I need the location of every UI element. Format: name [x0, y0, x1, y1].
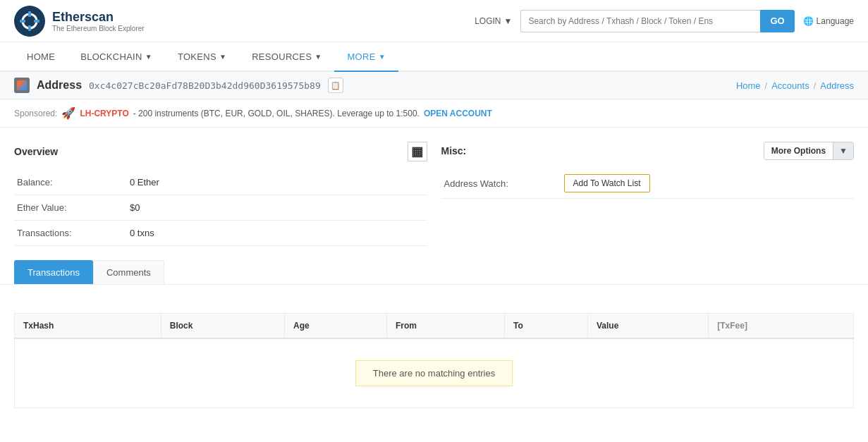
balance-label: Balance:	[14, 170, 127, 195]
more-options-label: More Options	[764, 142, 833, 159]
breadcrumb-current: Address	[820, 80, 854, 91]
sponsored-label: Sponsored:	[14, 109, 57, 118]
table-body: There are no matching entries	[15, 338, 854, 408]
balance-row: Balance: 0 Ether	[14, 170, 427, 195]
login-icon: ▼	[503, 16, 512, 26]
more-chevron-icon: ▼	[379, 53, 386, 61]
page-title: Address	[37, 79, 82, 92]
more-options-button[interactable]: More Options ▼	[764, 142, 854, 160]
svg-point-0	[14, 6, 45, 37]
col-age: Age	[285, 314, 387, 339]
col-value: Value	[587, 314, 708, 339]
no-entries-message: There are no matching entries	[355, 360, 513, 386]
header: Etherscan The Ethereum Block Explorer LO…	[0, 0, 868, 42]
page-title-area: Address 0xc4c027cBc20aFd78B20D3b42dd960D…	[14, 78, 343, 93]
ether-value-value: $0	[127, 195, 427, 221]
svg-rect-3	[28, 25, 31, 31]
overview-header: Overview ▦	[14, 142, 427, 161]
address-icon	[14, 78, 30, 93]
logo-subtitle: The Ethereum Block Explorer	[52, 25, 145, 32]
transactions-label: Transactions:	[14, 221, 127, 246]
sponsored-banner: Sponsored: 🚀 LH-CRYPTO - 200 instruments…	[0, 99, 868, 128]
nav-tokens[interactable]: TOKENS ▼	[165, 42, 239, 71]
tabs: Transactions Comments	[14, 260, 854, 284]
nav-blockchain[interactable]: BLOCKCHAIN ▼	[68, 42, 165, 71]
nav-home[interactable]: HOME	[14, 42, 68, 71]
no-entries-cell: There are no matching entries	[15, 338, 854, 408]
tab-transactions[interactable]: Transactions	[14, 260, 93, 284]
breadcrumb: Home / Accounts / Address	[736, 80, 854, 91]
svg-rect-4	[20, 20, 25, 23]
address-icon-inner	[17, 80, 27, 90]
table-toolbar	[14, 285, 854, 313]
transactions-row: Transactions: 0 txns	[14, 221, 427, 246]
breadcrumb-home[interactable]: Home	[736, 80, 761, 91]
language-button[interactable]: 🌐 Language	[803, 16, 854, 26]
sponsor-name: LH-CRYPTO	[80, 109, 128, 118]
content-area: Overview ▦ Balance: 0 Ether Ether Value:…	[0, 128, 868, 260]
logo-title: Etherscan	[52, 10, 145, 25]
qr-code-icon[interactable]: ▦	[408, 142, 427, 161]
add-to-watchlist-button[interactable]: Add To Watch List	[564, 174, 650, 192]
breadcrumb-separator-1: /	[765, 80, 768, 91]
nav-more[interactable]: MORE ▼	[334, 42, 398, 72]
search-input[interactable]	[520, 10, 760, 32]
no-entries-container: There are no matching entries	[23, 346, 845, 400]
open-account-link[interactable]: OPEN ACCOUNT	[424, 109, 492, 118]
copy-icon[interactable]: 📋	[328, 78, 343, 93]
address-hash: 0xc4c027cBc20aFd78B20D3b42dd960D3619575b…	[89, 80, 321, 91]
tabs-area: Transactions Comments	[0, 260, 868, 285]
logo-text: Etherscan The Ethereum Block Explorer	[52, 10, 145, 32]
search-button[interactable]: GO	[760, 10, 794, 32]
blockchain-chevron-icon: ▼	[145, 53, 152, 61]
login-button[interactable]: LOGIN ▼	[475, 16, 512, 26]
nav-resources[interactable]: RESOURCES ▼	[239, 42, 334, 71]
transactions-value: 0 txns	[127, 221, 427, 246]
header-right: LOGIN ▼ GO 🌐 Language	[475, 10, 854, 32]
svg-rect-5	[34, 20, 39, 23]
breadcrumb-accounts[interactable]: Accounts	[771, 80, 809, 91]
breadcrumb-bar: Address 0xc4c027cBc20aFd78B20D3b42dd960D…	[0, 72, 868, 99]
rocket-icon: 🚀	[61, 106, 75, 120]
col-block: Block	[161, 314, 284, 339]
etherscan-logo-icon[interactable]	[14, 6, 45, 37]
main-nav: HOME BLOCKCHAIN ▼ TOKENS ▼ RESOURCES ▼ M…	[0, 42, 868, 72]
overview-table: Balance: 0 Ether Ether Value: $0 Transac…	[14, 170, 427, 246]
table-header-row: TxHash Block Age From To Value [TxFee]	[15, 314, 854, 339]
svg-rect-2	[28, 11, 31, 17]
ether-value-row: Ether Value: $0	[14, 195, 427, 221]
table-header: TxHash Block Age From To Value [TxFee]	[15, 314, 854, 339]
logo-area: Etherscan The Ethereum Block Explorer	[14, 6, 145, 37]
transactions-table: TxHash Block Age From To Value [TxFee] T…	[14, 313, 854, 408]
misc-panel: Misc: More Options ▼ Address Watch: Add …	[441, 142, 855, 246]
overview-panel: Overview ▦ Balance: 0 Ether Ether Value:…	[14, 142, 427, 246]
tokens-chevron-icon: ▼	[219, 53, 226, 61]
address-watch-label: Address Watch:	[444, 178, 557, 189]
col-txhash: TxHash	[15, 314, 161, 339]
col-from: From	[386, 314, 504, 339]
ether-value-label: Ether Value:	[14, 195, 127, 221]
misc-title: Misc:	[441, 145, 467, 156]
col-txfee: [TxFee]	[709, 314, 854, 339]
overview-title: Overview	[14, 146, 58, 157]
tab-comments[interactable]: Comments	[93, 260, 164, 284]
resources-chevron-icon: ▼	[314, 53, 322, 61]
no-entries-row: There are no matching entries	[15, 338, 854, 408]
globe-icon: 🌐	[803, 16, 814, 26]
balance-value: 0 Ether	[127, 170, 427, 195]
col-to: To	[505, 314, 588, 339]
table-area: TxHash Block Age From To Value [TxFee] T…	[0, 285, 868, 422]
address-watch-row: Address Watch: Add To Watch List	[441, 168, 855, 199]
sponsor-text: - 200 instruments (BTC, EUR, GOLD, OIL, …	[133, 109, 420, 118]
misc-header: Misc: More Options ▼	[441, 142, 855, 160]
more-options-chevron-icon: ▼	[833, 142, 853, 159]
breadcrumb-separator-2: /	[814, 80, 817, 91]
search-bar: GO	[520, 10, 794, 32]
